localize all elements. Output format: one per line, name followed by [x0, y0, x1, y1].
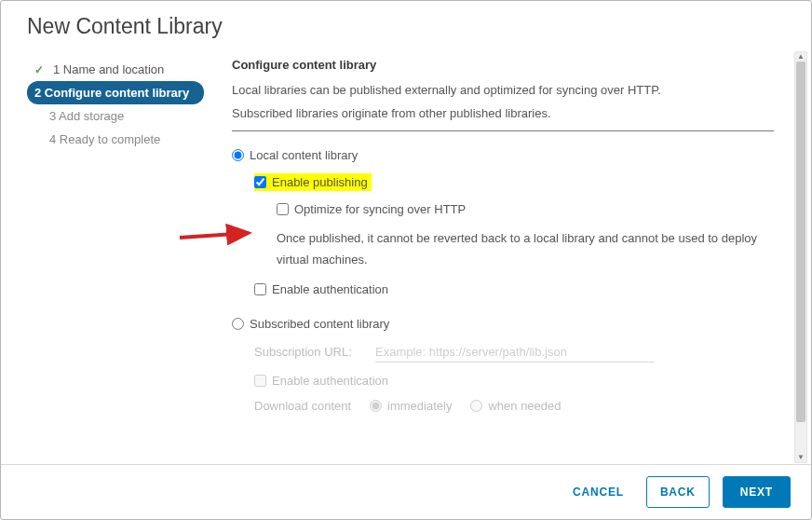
optimize-syncing-checkbox[interactable] — [277, 203, 289, 215]
dialog-body: ✓ 1 Name and location 2 Configure conten… — [1, 45, 811, 464]
dialog-title: New Content Library — [1, 1, 811, 45]
download-content-label: Download content — [254, 399, 351, 413]
checkbox-label: Enable authentication — [272, 374, 388, 388]
local-content-library-option[interactable]: Local content library — [232, 148, 774, 162]
subscription-url-row: Subscription URL: — [254, 342, 774, 363]
configure-panel: Configure content library Local librarie… — [204, 54, 791, 464]
next-button[interactable]: NEXT — [723, 476, 791, 508]
enable-publishing-checkbox[interactable] — [254, 176, 266, 188]
radio-label: when needed — [488, 399, 561, 413]
download-immediately-radio — [370, 400, 382, 412]
step-add-storage[interactable]: 3 Add storage — [27, 104, 204, 128]
cancel-button[interactable]: CANCEL — [563, 477, 633, 507]
checkbox-label: Optimize for syncing over HTTP — [294, 202, 466, 216]
download-when-needed-radio — [470, 400, 482, 412]
radio-label: Local content library — [250, 148, 358, 162]
step-label: 2 Configure content library — [34, 86, 189, 100]
wizard-steps: ✓ 1 Name and location 2 Configure conten… — [27, 54, 204, 464]
step-configure-content-library[interactable]: 2 Configure content library — [27, 81, 204, 104]
subscription-url-input — [375, 342, 655, 363]
checkbox-label: Enable authentication — [272, 282, 388, 296]
section-desc-line2: Subscribed libraries originate from othe… — [232, 103, 774, 124]
step-label: 4 Ready to complete — [49, 132, 160, 146]
dialog-footer: CANCEL BACK NEXT — [1, 464, 811, 519]
enable-publishing-option[interactable]: Enable publishing — [254, 173, 774, 191]
optimize-note: Once published, it cannot be reverted ba… — [277, 227, 774, 271]
scrollbar[interactable]: ▲ ▼ — [794, 51, 807, 463]
enable-publishing-highlight: Enable publishing — [254, 173, 372, 191]
enable-authentication-option[interactable]: Enable authentication — [254, 282, 774, 296]
step-name-and-location[interactable]: ✓ 1 Name and location — [27, 58, 204, 81]
check-icon: ✓ — [34, 63, 47, 76]
step-ready-to-complete[interactable]: 4 Ready to complete — [27, 128, 204, 151]
scroll-down-icon[interactable]: ▼ — [795, 453, 806, 462]
subscribed-content-library-option[interactable]: Subscribed content library — [232, 317, 774, 331]
scrollbar-thumb[interactable] — [796, 62, 805, 422]
checkbox-label: Enable publishing — [272, 175, 368, 189]
scroll-up-icon[interactable]: ▲ — [795, 52, 806, 62]
download-content-row: Download content immediately when needed — [254, 399, 774, 413]
subscribed-enable-auth-option: Enable authentication — [254, 374, 774, 388]
download-immediately-option: immediately — [370, 399, 452, 413]
radio-label: Subscribed content library — [250, 317, 389, 331]
optimize-syncing-option[interactable]: Optimize for syncing over HTTP — [277, 202, 774, 216]
subscription-url-label: Subscription URL: — [254, 345, 375, 359]
enable-authentication-checkbox[interactable] — [254, 283, 266, 295]
subscribed-enable-auth-checkbox — [254, 375, 266, 387]
section-desc-line1: Local libraries can be published externa… — [232, 79, 774, 101]
step-label: 3 Add storage — [49, 109, 124, 123]
local-content-library-radio[interactable] — [232, 149, 244, 161]
step-label: 1 Name and location — [53, 62, 164, 76]
download-when-needed-option: when needed — [470, 399, 561, 413]
section-heading: Configure content library — [232, 58, 774, 72]
new-content-library-dialog: New Content Library ✓ 1 Name and locatio… — [0, 0, 812, 520]
radio-label: immediately — [387, 399, 452, 413]
back-button[interactable]: BACK — [646, 476, 710, 508]
subscribed-content-library-radio[interactable] — [232, 318, 244, 330]
divider — [232, 130, 774, 131]
